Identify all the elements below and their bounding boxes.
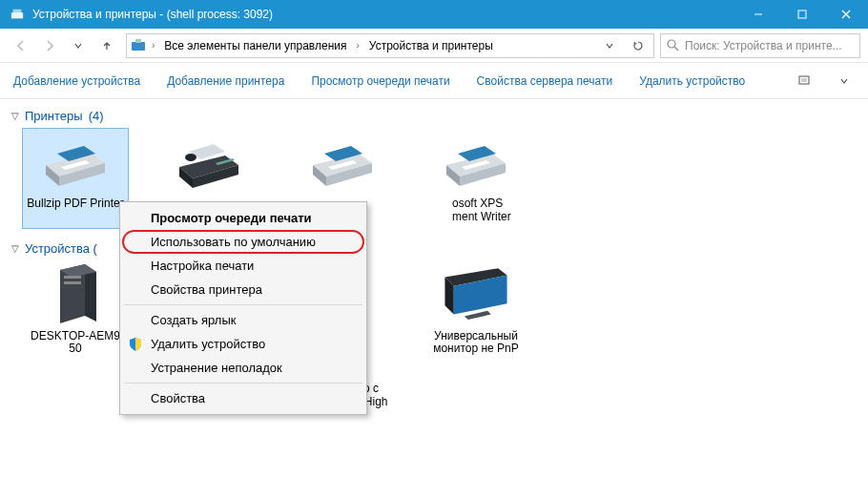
device-item-monitor[interactable]: Универсальный монитор не PnP [424,261,528,416]
svg-rect-1 [13,10,22,13]
up-button[interactable] [93,32,120,59]
svg-rect-36 [64,276,81,279]
printer-context-menu: Просмотр очереди печати Использовать по … [119,201,367,415]
ctx-create-shortcut[interactable]: Создать ярлык [122,308,364,332]
address-bar[interactable]: › Все элементы панели управления › Устро… [126,33,654,58]
printer-icon [438,133,514,194]
fax-icon [171,133,247,194]
address-dropdown-button[interactable] [598,34,621,57]
svg-rect-0 [11,12,23,18]
ctx-properties[interactable]: Свойства [122,386,364,410]
breadcrumb-root[interactable]: Все элементы панели управления [160,37,350,54]
svg-rect-7 [135,39,141,43]
shield-icon [128,337,143,352]
titlebar: Устройства и принтеры - (shell process: … [0,0,868,29]
minimize-button[interactable] [736,0,780,29]
separator [124,383,362,384]
search-placeholder: Поиск: Устройства и принте... [685,39,842,52]
svg-point-8 [668,40,675,48]
control-panel-icon [131,38,146,53]
printers-group-label: Принтеры [25,109,83,123]
printer-item-xps[interactable]: osoft XPS ment Writer [424,129,528,228]
printer-icon [304,133,381,194]
view-queue-button[interactable]: Просмотр очереди печати [311,74,449,88]
collapse-icon: ▽ [11,111,19,121]
search-icon [667,39,679,52]
close-button[interactable] [824,0,868,29]
chevron-right-icon[interactable]: › [152,40,155,51]
ctx-remove-label: Удалить устройство [151,337,265,351]
ctx-print-settings[interactable]: Настройка печати [122,254,364,278]
device-label: DESKTOP-AEM9 50 [27,330,124,357]
ctx-printer-props[interactable]: Свойства принтера [122,278,364,301]
printers-group-header[interactable]: ▽ Принтеры (4) [10,105,858,129]
printer-item-bullzip[interactable]: Bullzip PDF Printer [23,129,128,228]
printer-icon [37,133,114,194]
ctx-remove-device[interactable]: Удалить устройство [122,332,364,356]
add-device-button[interactable]: Добавление устройства [13,74,140,88]
refresh-button[interactable] [627,34,650,57]
navbar: › Все элементы панели управления › Устро… [0,29,868,63]
forward-button[interactable] [36,32,63,59]
svg-point-22 [185,154,196,161]
command-bar: Добавление устройства Добавление принтер… [0,63,868,99]
printer-label: Bullzip PDF Printer [27,197,123,211]
recent-locations-button[interactable] [65,32,92,59]
svg-line-9 [674,47,678,51]
printer-label: osoft XPS ment Writer [424,197,528,224]
back-button[interactable] [8,32,34,59]
separator [124,304,362,305]
maximize-button[interactable] [780,0,824,29]
svg-rect-37 [64,281,81,284]
collapse-icon: ▽ [11,243,19,254]
window-title: Устройства и принтеры - (shell process: … [32,8,736,21]
search-input[interactable]: Поиск: Устройства и принте... [660,33,860,58]
server-props-button[interactable]: Свойства сервера печати [477,74,613,88]
ctx-troubleshoot[interactable]: Устранение неполадок [122,356,364,380]
device-item-desktop[interactable]: DESKTOP-AEM9 50 [23,261,128,416]
pc-tower-icon [37,265,114,326]
ctx-set-default[interactable]: Использовать по умолчанию [122,230,364,254]
svg-rect-6 [132,42,145,51]
devices-group-label: Устройства ( [25,241,97,256]
devices-printers-icon [10,7,25,22]
printers-group-count: (4) [89,109,104,123]
monitor-icon [438,265,514,326]
remove-device-button[interactable]: Удалить устройство [639,74,745,88]
chevron-right-icon[interactable]: › [356,40,359,51]
svg-rect-3 [798,10,806,18]
view-options-button[interactable] [798,72,814,91]
view-dropdown-button[interactable] [840,72,848,91]
svg-rect-11 [801,78,807,82]
svg-marker-41 [465,310,491,319]
add-printer-button[interactable]: Добавление принтера [167,74,284,88]
breadcrumb-current[interactable]: Устройства и принтеры [365,37,497,54]
device-label: Универсальный монитор не PnP [427,330,525,357]
ctx-view-queue[interactable]: Просмотр очереди печати [122,206,364,230]
content-area: ▽ Принтеры (4) Bullzip PDF Printer Fax - [0,99,868,477]
